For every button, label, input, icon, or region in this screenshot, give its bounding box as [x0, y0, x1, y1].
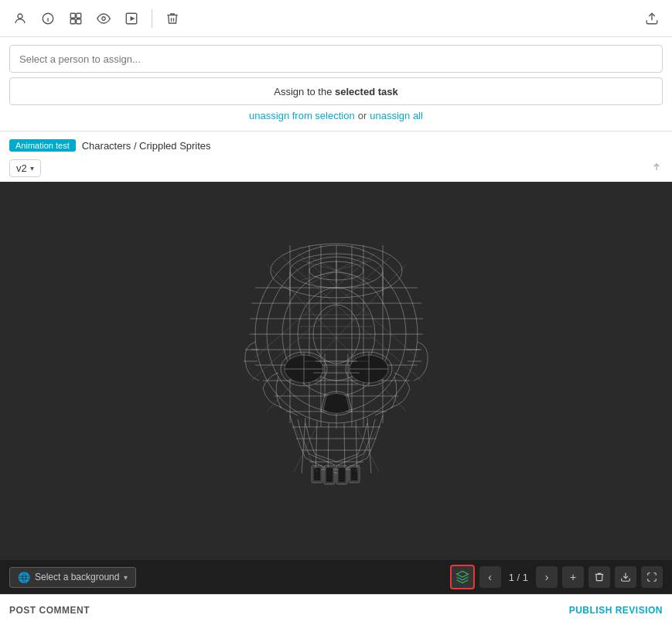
layers-icon[interactable]	[65, 8, 87, 29]
task-tag: Animation test	[9, 139, 76, 152]
fullscreen-button[interactable]	[641, 566, 663, 588]
background-select-button[interactable]: 🌐 Select a background ▾	[9, 567, 136, 588]
prev-button[interactable]: ‹	[479, 566, 501, 588]
svg-rect-67	[338, 467, 346, 483]
person-icon[interactable]	[9, 8, 31, 29]
version-select[interactable]: v2 ▾	[9, 159, 41, 177]
svg-point-8	[102, 16, 106, 20]
globe-icon: 🌐	[18, 572, 30, 583]
page-info: 1 / 1	[506, 572, 531, 583]
svg-rect-7	[77, 19, 81, 23]
task-breadcrumb: Characters / Crippled Sprites	[82, 140, 211, 152]
svg-line-39	[255, 253, 375, 357]
eye-icon[interactable]	[93, 8, 114, 29]
svg-rect-4	[70, 13, 75, 18]
version-row: v2 ▾	[0, 156, 672, 182]
assign-btn-text-prefix: Assign to the	[274, 86, 332, 97]
wireframe-btn-container: Enable/Disable wireframe rendering	[450, 565, 475, 589]
info-circle-icon[interactable]	[37, 8, 59, 29]
viewer-controls: 🌐 Select a background ▾ Enable/Disable w…	[0, 560, 672, 594]
chevron-down-icon: ▾	[124, 573, 128, 582]
svg-rect-6	[70, 19, 75, 23]
svg-marker-10	[131, 16, 135, 21]
assign-task-button[interactable]: Assign to the selected task	[9, 77, 663, 105]
next-button[interactable]: ›	[536, 566, 558, 588]
viewer-area: .wire { fill: none; stroke: #c8c8c8; str…	[0, 182, 672, 594]
bottom-footer: POST COMMENT PUBLISH REVISION	[0, 594, 672, 625]
post-comment-button[interactable]: POST COMMENT	[9, 605, 90, 616]
assign-btn-text-bold: selected task	[335, 86, 398, 97]
top-toolbar	[0, 0, 672, 37]
bg-select-label: Select a background	[35, 572, 119, 582]
chevron-down-icon: ▾	[30, 164, 34, 172]
unassign-selection-link[interactable]: unassign from selection	[249, 110, 355, 121]
skull-wireframe-svg: .wire { fill: none; stroke: #c8c8c8; str…	[189, 226, 483, 551]
wireframe-toggle-button[interactable]	[450, 565, 475, 589]
svg-line-60	[367, 418, 371, 473]
go-up-button[interactable]	[650, 161, 663, 176]
download-button[interactable]	[615, 566, 636, 588]
unassign-all-link[interactable]: unassign all	[370, 110, 423, 121]
prev-icon: ‹	[488, 571, 492, 583]
next-icon: ›	[545, 571, 549, 583]
svg-point-0	[18, 14, 22, 19]
skull-viewer: .wire { fill: none; stroke: #c8c8c8; str…	[0, 182, 672, 594]
svg-rect-5	[77, 13, 81, 18]
add-button[interactable]: +	[562, 566, 584, 588]
trash-icon[interactable]	[162, 8, 183, 29]
upload-icon[interactable]	[641, 8, 663, 29]
toolbar-divider	[152, 9, 152, 28]
add-icon: +	[570, 571, 576, 583]
play-icon[interactable]	[121, 8, 142, 29]
assign-section: Assign to the selected task unassign fro…	[0, 37, 672, 131]
unassign-row: unassign from selection or unassign all	[9, 110, 663, 128]
publish-revision-button[interactable]: PUBLISH REVISION	[569, 605, 663, 616]
task-header: Animation test Characters / Crippled Spr…	[0, 131, 672, 156]
svg-rect-65	[313, 467, 321, 481]
svg-line-38	[298, 253, 418, 357]
svg-line-55	[302, 418, 305, 473]
delete-button[interactable]	[588, 566, 610, 588]
svg-rect-66	[326, 467, 333, 483]
or-separator: or	[358, 110, 367, 121]
version-label: v2	[16, 162, 27, 174]
person-assign-input[interactable]	[9, 45, 663, 73]
